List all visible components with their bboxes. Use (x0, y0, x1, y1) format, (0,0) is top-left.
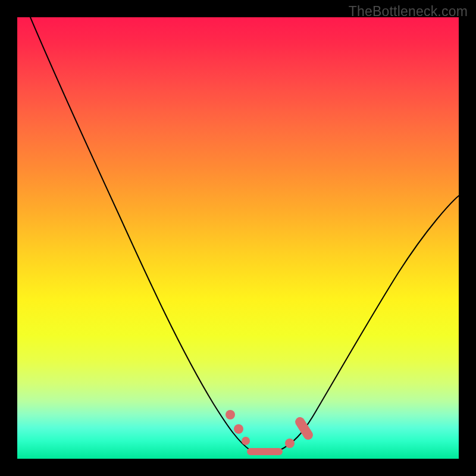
outer-frame: TheBottleneck.com (0, 0, 476, 476)
marker-dot (242, 437, 250, 445)
plot-area (17, 17, 459, 459)
curve-left-branch (30, 17, 250, 450)
marker-dot (285, 439, 295, 448)
curve-right-branch (279, 196, 459, 450)
chart-svg (17, 17, 459, 459)
marker-dot (226, 410, 235, 419)
marker-dot (234, 424, 243, 434)
